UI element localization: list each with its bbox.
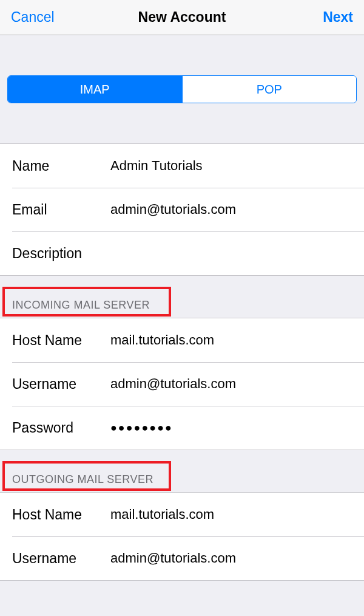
outgoing-user-field[interactable]: [110, 550, 352, 566]
name-field[interactable]: [110, 158, 352, 174]
segmented-control-container: IMAP POP: [0, 35, 364, 118]
incoming-pass-field[interactable]: ●●●●●●●●: [110, 422, 352, 434]
outgoing-header-text: OUTGOING MAIL SERVER: [12, 473, 153, 485]
incoming-pass-label: Password: [12, 420, 110, 436]
email-field[interactable]: [110, 202, 352, 217]
incoming-pass-row[interactable]: Password ●●●●●●●●: [0, 406, 364, 450]
incoming-host-label: Host Name: [12, 332, 110, 349]
outgoing-server-group: Host Name Username: [0, 492, 364, 581]
name-row[interactable]: Name: [0, 144, 364, 188]
incoming-server-group: Host Name Username Password ●●●●●●●●: [0, 318, 364, 450]
incoming-section-header: INCOMING MAIL SERVER: [0, 276, 364, 318]
incoming-header-text: INCOMING MAIL SERVER: [12, 299, 150, 311]
email-row[interactable]: Email: [0, 188, 364, 231]
incoming-user-field[interactable]: [110, 376, 352, 392]
outgoing-host-field[interactable]: [110, 507, 352, 522]
incoming-host-field[interactable]: [110, 332, 352, 348]
protocol-segmented-control: IMAP POP: [7, 75, 357, 103]
outgoing-host-row[interactable]: Host Name: [0, 493, 364, 536]
name-label: Name: [12, 158, 110, 174]
outgoing-host-label: Host Name: [12, 507, 110, 523]
outgoing-section-header: OUTGOING MAIL SERVER: [0, 450, 364, 492]
email-label: Email: [12, 202, 110, 218]
account-info-group: Name Email Description: [0, 143, 364, 276]
incoming-host-row[interactable]: Host Name: [0, 318, 364, 362]
description-row[interactable]: Description: [0, 231, 364, 275]
page-title: New Account: [0, 9, 364, 26]
outgoing-user-label: Username: [12, 550, 110, 567]
next-button[interactable]: Next: [323, 9, 353, 26]
segmented-option-imap[interactable]: IMAP: [8, 76, 182, 103]
navigation-bar: Cancel New Account Next: [0, 0, 364, 35]
incoming-user-row[interactable]: Username: [0, 362, 364, 406]
segmented-option-pop[interactable]: POP: [182, 76, 357, 103]
incoming-user-label: Username: [12, 376, 110, 392]
description-label: Description: [12, 245, 82, 262]
description-field[interactable]: [82, 245, 352, 261]
outgoing-user-row[interactable]: Username: [0, 536, 364, 580]
cancel-button[interactable]: Cancel: [11, 9, 55, 26]
